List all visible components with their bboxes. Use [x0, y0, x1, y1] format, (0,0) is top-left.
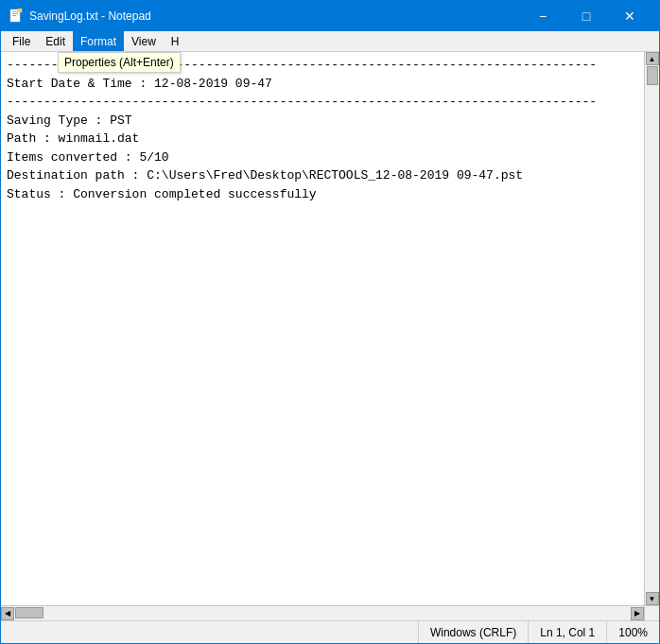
scroll-left-button[interactable]: ◀ [1, 607, 14, 620]
scroll-down-button[interactable]: ▼ [646, 592, 659, 605]
status-line-ending: Windows (CRLF) [419, 621, 529, 643]
menu-view[interactable]: View [124, 31, 164, 51]
svg-rect-4 [18, 9, 22, 12]
menu-bar: File Edit Format View H Properties (Alt+… [1, 31, 659, 52]
menu-edit[interactable]: Edit [38, 31, 73, 51]
svg-rect-3 [12, 15, 16, 16]
svg-rect-1 [12, 11, 18, 12]
scroll-h-thumb[interactable] [15, 607, 43, 618]
svg-rect-2 [12, 13, 18, 14]
status-bar: Windows (CRLF) Ln 1, Col 1 100% [1, 620, 659, 643]
scroll-right-button[interactable]: ▶ [631, 607, 644, 620]
maximize-button[interactable]: □ [564, 1, 608, 31]
scrollbar-horizontal[interactable]: ◀ ▶ [1, 605, 644, 620]
scroll-up-button[interactable]: ▲ [646, 52, 659, 65]
status-zoom: 100% [607, 621, 659, 643]
scrollbar-corner [644, 605, 659, 620]
status-position: Ln 1, Col 1 [529, 621, 607, 643]
status-empty [1, 621, 419, 643]
minimize-button[interactable]: − [521, 1, 564, 31]
close-button[interactable]: ✕ [608, 1, 651, 31]
editor-content: ----------------------------------------… [7, 56, 653, 203]
menu-format[interactable]: Format [73, 31, 124, 51]
menu-file[interactable]: File [5, 31, 38, 51]
scroll-thumb[interactable] [647, 66, 658, 85]
editor-area[interactable]: ----------------------------------------… [1, 52, 659, 620]
app-icon [9, 9, 24, 24]
menu-help[interactable]: H [164, 31, 187, 51]
title-bar: SavingLog.txt - Notepad − □ ✕ [1, 1, 659, 31]
window-title: SavingLog.txt - Notepad [29, 9, 521, 23]
scrollbar-vertical[interactable]: ▲ ▼ [644, 52, 659, 605]
menu-tooltip: Properties (Alt+Enter) [58, 52, 181, 73]
window-controls: − □ ✕ [521, 1, 651, 31]
notepad-window: SavingLog.txt - Notepad − □ ✕ File Edit … [0, 0, 660, 644]
